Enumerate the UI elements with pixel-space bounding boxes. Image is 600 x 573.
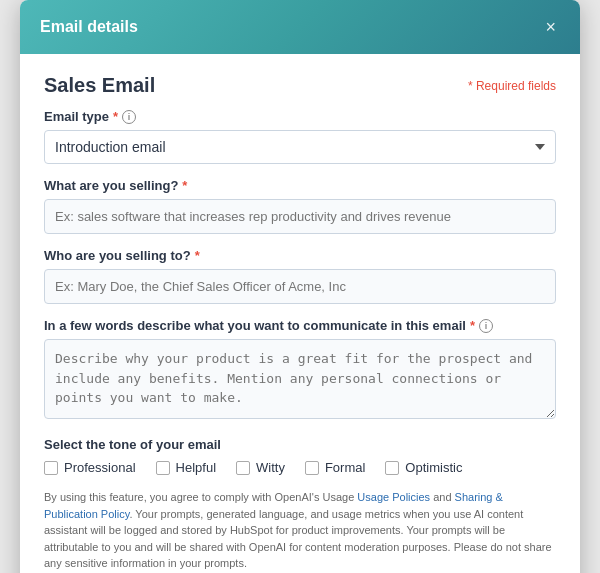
selling-required-star: * [182, 178, 187, 193]
tone-label-formal: Formal [325, 460, 365, 475]
selling-input[interactable] [44, 199, 556, 234]
tone-option-professional[interactable]: Professional [44, 460, 136, 475]
tone-option-optimistic[interactable]: Optimistic [385, 460, 462, 475]
tone-checkbox-optimistic[interactable] [385, 461, 399, 475]
tone-option-formal[interactable]: Formal [305, 460, 365, 475]
selling-to-input[interactable] [44, 269, 556, 304]
modal-overlay: Email details × Sales Email * Required f… [0, 0, 600, 573]
tone-options: Professional Helpful Witty Formal [44, 460, 556, 475]
email-type-required-star: * [113, 109, 118, 124]
communicate-info-icon: i [479, 319, 493, 333]
tone-checkbox-formal[interactable] [305, 461, 319, 475]
tone-label-witty: Witty [256, 460, 285, 475]
selling-to-group: Who are you selling to? * [44, 248, 556, 304]
modal-title: Email details [40, 18, 138, 36]
tone-group: Select the tone of your email Profession… [44, 437, 556, 475]
tone-option-helpful[interactable]: Helpful [156, 460, 216, 475]
email-type-select[interactable]: Introduction email Follow-up email Cold … [44, 130, 556, 164]
section-header: Sales Email * Required fields [44, 74, 556, 93]
disclaimer: By using this feature, you agree to comp… [44, 489, 556, 572]
tone-label-optimistic: Optimistic [405, 460, 462, 475]
tone-label-helpful: Helpful [176, 460, 216, 475]
tone-label-professional: Professional [64, 460, 136, 475]
email-type-info-icon: i [122, 110, 136, 124]
usage-policies-link[interactable]: Usage Policies [357, 491, 430, 503]
selling-to-required-star: * [195, 248, 200, 263]
email-type-group: Email type * i Introduction email Follow… [44, 109, 556, 164]
selling-to-label: Who are you selling to? * [44, 248, 556, 263]
communicate-textarea[interactable] [44, 339, 556, 419]
email-type-label: Email type * i [44, 109, 556, 124]
tone-checkbox-professional[interactable] [44, 461, 58, 475]
modal-header: Email details × [20, 0, 580, 54]
selling-label: What are you selling? * [44, 178, 556, 193]
tone-option-witty[interactable]: Witty [236, 460, 285, 475]
tone-label: Select the tone of your email [44, 437, 556, 452]
close-button[interactable]: × [541, 16, 560, 38]
modal: Email details × Sales Email * Required f… [20, 0, 580, 573]
communicate-required-star: * [470, 318, 475, 333]
communicate-group: In a few words describe what you want to… [44, 318, 556, 423]
modal-body: Sales Email * Required fields Email type… [20, 54, 580, 573]
tone-checkbox-witty[interactable] [236, 461, 250, 475]
tone-checkbox-helpful[interactable] [156, 461, 170, 475]
required-star: * [468, 79, 476, 93]
communicate-label: In a few words describe what you want to… [44, 318, 556, 333]
selling-group: What are you selling? * [44, 178, 556, 234]
